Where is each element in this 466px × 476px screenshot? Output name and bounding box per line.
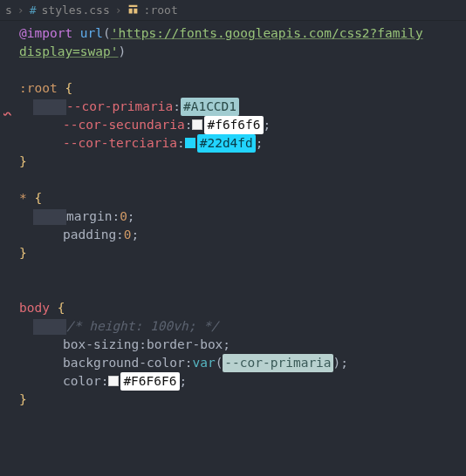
breadcrumb-separator: ›: [115, 3, 122, 17]
code-line: color: #F6F6F6;: [3, 372, 466, 391]
code-line: background-color: var(--cor-primaria);: [3, 354, 466, 372]
breadcrumb-separator: ›: [17, 3, 24, 17]
fold-placeholder[interactable]: [33, 209, 66, 225]
css-var-ref[interactable]: --cor-primaria: [223, 354, 332, 372]
code-line: :root {: [3, 79, 466, 98]
css-rule-icon: [127, 3, 139, 17]
code-line: display=swap'): [3, 43, 466, 61]
code-line: --cor-primaria: #A1CCD1: [3, 98, 466, 116]
code-editor[interactable]: @import url('https://fonts.googleapis.co…: [0, 21, 466, 409]
color-swatch-icon[interactable]: [192, 119, 202, 130]
color-value[interactable]: #A1CCD1: [181, 98, 239, 116]
color-swatch-icon[interactable]: [185, 138, 195, 148]
code-line: [3, 281, 466, 299]
code-line: --cor-terciaria: #22d4fd;: [3, 134, 466, 153]
code-line: body {: [3, 299, 466, 317]
code-line: --cor-secundaria: #f6f6f6;: [3, 116, 466, 134]
breadcrumb-parent[interactable]: s: [5, 3, 12, 17]
code-line: box-sizing: border-box;: [3, 336, 466, 354]
code-line: @import url('https://fonts.googleapis.co…: [3, 24, 466, 43]
breadcrumb[interactable]: s › # styles.css › :root: [0, 0, 466, 21]
code-line: * {: [3, 189, 466, 207]
code-line: [3, 171, 466, 189]
code-line: [3, 61, 466, 79]
css-file-icon: #: [30, 3, 37, 17]
code-line: padding: 0;: [3, 226, 466, 244]
breadcrumb-file[interactable]: styles.css: [41, 3, 109, 17]
code-line: }: [3, 391, 466, 409]
fold-placeholder[interactable]: [33, 319, 66, 335]
color-swatch-icon[interactable]: [108, 376, 119, 386]
code-line: }: [3, 244, 466, 262]
code-line: /* height: 100vh; */: [3, 317, 466, 336]
color-value[interactable]: #F6F6F6: [120, 372, 179, 391]
code-line: margin: 0;: [3, 207, 466, 226]
code-line: [3, 262, 466, 281]
fold-placeholder[interactable]: [33, 99, 66, 115]
color-value[interactable]: #f6f6f6: [204, 116, 263, 134]
breadcrumb-symbol[interactable]: :root: [144, 3, 178, 17]
code-line: }: [3, 153, 466, 171]
color-value[interactable]: #22d4fd: [197, 134, 256, 153]
